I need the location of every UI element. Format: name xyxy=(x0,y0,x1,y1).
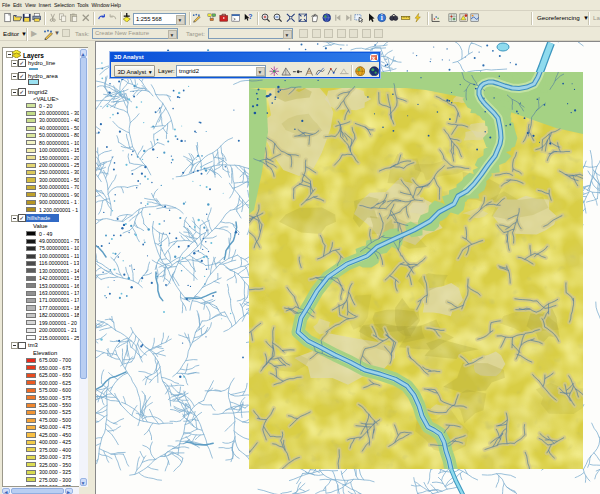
svg-text:?: ? xyxy=(248,13,252,20)
svg-text:i: i xyxy=(381,13,383,22)
